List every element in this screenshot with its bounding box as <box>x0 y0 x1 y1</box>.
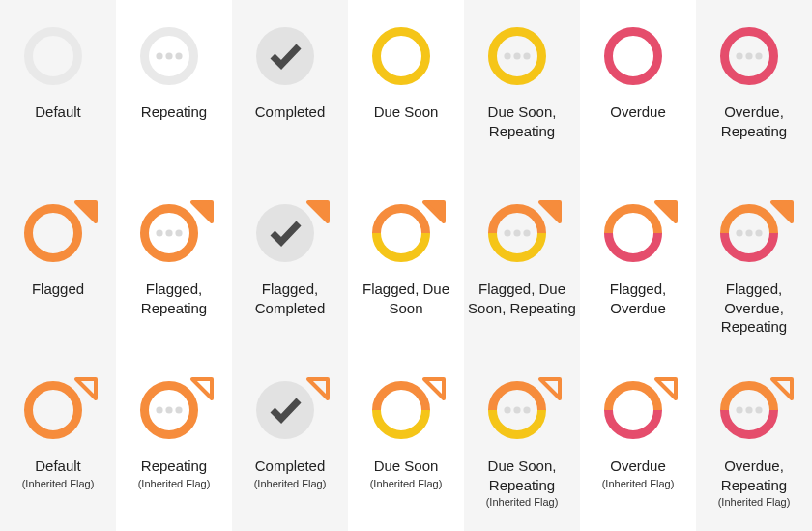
status-label: Default <box>32 103 84 122</box>
svg-point-13 <box>165 229 172 236</box>
status-cell: Completed(Inherited Flag) <box>232 354 348 531</box>
status-sublabel: (Inherited Flag) <box>486 496 559 509</box>
svg-point-8 <box>745 52 752 59</box>
svg-point-43 <box>755 406 762 413</box>
svg-marker-40 <box>772 379 792 398</box>
status-label: Overdue <box>607 457 669 476</box>
status-completed-icon <box>249 368 331 449</box>
status-label: Overdue, Repeating <box>696 103 812 140</box>
svg-point-38 <box>523 406 530 413</box>
svg-marker-34 <box>424 379 444 398</box>
svg-point-42 <box>745 406 752 413</box>
svg-point-21 <box>523 229 530 236</box>
svg-point-7 <box>736 52 742 59</box>
svg-marker-11 <box>192 202 212 221</box>
status-flagged-icon <box>481 191 563 272</box>
svg-point-41 <box>736 406 742 413</box>
svg-marker-32 <box>308 379 328 398</box>
svg-marker-10 <box>76 202 96 221</box>
status-cell: Overdue <box>580 0 696 177</box>
status-label: Due Soon, Repeating <box>464 103 580 140</box>
svg-marker-22 <box>656 202 676 221</box>
svg-marker-15 <box>308 202 328 221</box>
status-cell: Flagged, Completed <box>232 177 348 354</box>
svg-point-1 <box>165 52 172 59</box>
status-label: Flagged, Repeating <box>116 280 232 317</box>
status-label: Completed <box>252 103 329 122</box>
status-sublabel: (Inherited Flag) <box>254 478 327 490</box>
status-flagged-icon <box>365 368 447 449</box>
status-label: Completed <box>252 457 329 476</box>
status-label: Due Soon <box>371 103 442 122</box>
status-label: Due Soon <box>371 457 442 476</box>
status-circle-icon <box>17 14 99 95</box>
status-cell: Flagged, Overdue, Repeating <box>696 177 812 354</box>
svg-point-31 <box>175 406 182 413</box>
svg-point-14 <box>175 229 182 236</box>
status-cell: Overdue, Repeating <box>696 0 812 177</box>
status-label: Overdue, Repeating <box>696 457 812 494</box>
status-cell: Overdue, Repeating(Inherited Flag) <box>696 354 812 531</box>
status-cell: Flagged <box>0 177 116 354</box>
status-flagged-icon <box>17 368 99 449</box>
status-cell: Default(Inherited Flag) <box>0 354 116 531</box>
status-sublabel: (Inherited Flag) <box>22 478 95 490</box>
status-cell: Due Soon, Repeating <box>464 0 580 177</box>
svg-point-12 <box>156 229 162 236</box>
status-flagged-icon <box>481 368 563 449</box>
status-completed-icon <box>249 14 331 95</box>
status-sublabel: (Inherited Flag) <box>138 478 211 490</box>
status-label: Flagged, Completed <box>232 280 348 317</box>
svg-point-5 <box>513 52 520 59</box>
status-label: Flagged <box>29 280 87 299</box>
status-cell: Flagged, Overdue <box>580 177 696 354</box>
status-label: Flagged, Due Soon <box>348 280 464 317</box>
svg-point-37 <box>513 406 520 413</box>
svg-marker-23 <box>772 202 792 221</box>
svg-point-2 <box>175 52 182 59</box>
status-cell: Due Soon(Inherited Flag) <box>348 354 464 531</box>
status-label: Repeating <box>138 457 210 476</box>
status-cell: Repeating(Inherited Flag) <box>116 354 232 531</box>
status-circle-icon <box>597 14 679 95</box>
status-sublabel: (Inherited Flag) <box>718 496 791 509</box>
svg-point-4 <box>504 52 510 59</box>
status-circle-icon <box>133 14 215 95</box>
status-label: Flagged, Due Soon, Repeating <box>464 280 580 317</box>
svg-point-6 <box>523 52 530 59</box>
svg-marker-18 <box>540 202 560 221</box>
status-sublabel: (Inherited Flag) <box>602 478 675 490</box>
status-flagged-icon <box>133 368 215 449</box>
svg-point-9 <box>755 52 762 59</box>
status-circle-icon <box>481 14 563 95</box>
svg-point-29 <box>156 406 162 413</box>
status-flagged-icon <box>17 191 99 272</box>
status-icon-grid: DefaultRepeatingCompletedDue SoonDue Soo… <box>0 0 812 531</box>
status-completed-icon <box>249 191 331 272</box>
status-cell: Flagged, Due Soon <box>348 177 464 354</box>
status-cell: Completed <box>232 0 348 177</box>
svg-point-19 <box>504 229 510 236</box>
svg-point-26 <box>755 229 762 236</box>
status-flagged-icon <box>713 368 795 449</box>
status-circle-icon <box>365 14 447 95</box>
status-label: Default <box>32 457 84 476</box>
status-cell: Due Soon <box>348 0 464 177</box>
status-flagged-icon <box>713 191 795 272</box>
status-circle-icon <box>713 14 795 95</box>
status-cell: Default <box>0 0 116 177</box>
status-label: Repeating <box>138 103 210 122</box>
status-flagged-icon <box>597 191 679 272</box>
svg-marker-39 <box>656 379 676 398</box>
svg-point-0 <box>156 52 162 59</box>
status-sublabel: (Inherited Flag) <box>370 478 443 490</box>
status-cell: Flagged, Repeating <box>116 177 232 354</box>
svg-point-25 <box>745 229 752 236</box>
status-cell: Due Soon, Repeating(Inherited Flag) <box>464 354 580 531</box>
svg-marker-28 <box>192 379 212 398</box>
status-flagged-icon <box>133 191 215 272</box>
status-cell: Repeating <box>116 0 232 177</box>
status-cell: Overdue(Inherited Flag) <box>580 354 696 531</box>
status-cell: Flagged, Due Soon, Repeating <box>464 177 580 354</box>
status-label: Overdue <box>607 103 669 122</box>
